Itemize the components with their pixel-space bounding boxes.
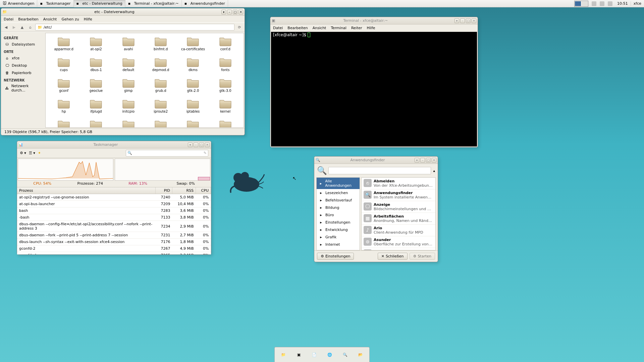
category-list[interactable]: ▸Alle Anwendungen▸Lesezeichen▸Befehlsver…: [316, 177, 360, 250]
app-item[interactable]: 🔍AnwendungsfinderIm System installierte …: [362, 189, 435, 201]
taskbar-item[interactable]: ▪Taskmanager: [37, 0, 73, 7]
folder-item[interactable]: binfmt.d: [145, 35, 177, 55]
sidebar-item[interactable]: 🖵Desktop: [2, 62, 43, 69]
dock-appfinder[interactable]: 🔍: [339, 349, 351, 361]
folder-item[interactable]: ca-certificates: [177, 35, 209, 55]
close-button[interactable]: ✕Schließen: [378, 253, 408, 260]
folder-item[interactable]: dkms: [177, 56, 209, 75]
home-icon[interactable]: ⌂: [27, 24, 33, 30]
workspace-2[interactable]: [582, 1, 588, 6]
col-rss[interactable]: RSS: [172, 187, 196, 194]
workspace-1[interactable]: [575, 1, 581, 6]
app-list[interactable]: ⎋AbmeldenVon der Xfce-Arbeitsumgebung ..…: [361, 177, 436, 250]
dock-terminal[interactable]: ▣: [293, 349, 305, 361]
folder-item[interactable]: [80, 118, 112, 128]
path-bar[interactable]: 📁 /etc/: [35, 24, 234, 31]
settings-icon[interactable]: ⚙ ▾: [20, 151, 26, 155]
menu-item[interactable]: Terminal: [331, 26, 346, 30]
start-button[interactable]: ⚙Starten: [410, 253, 435, 260]
category-item[interactable]: ▸Befehlsverlauf: [317, 196, 360, 204]
search-input[interactable]: [132, 151, 204, 155]
close-button[interactable]: ✕: [205, 142, 210, 147]
folder-item[interactable]: geoclue: [80, 77, 112, 96]
menu-item[interactable]: Ansicht: [43, 17, 57, 21]
folder-item[interactable]: gimp: [112, 77, 145, 96]
menu-item[interactable]: Datei: [273, 26, 283, 30]
process-table[interactable]: Prozess PID RSS CPU at-spi2-registryd --…: [17, 187, 211, 254]
up-icon[interactable]: ▲: [19, 24, 25, 30]
close-button[interactable]: ✕: [432, 158, 436, 163]
clear-icon[interactable]: ✎: [204, 151, 207, 155]
dock-folder[interactable]: 📂: [355, 349, 367, 361]
menu-item[interactable]: Gehen zu: [61, 17, 79, 21]
maximize-button[interactable]: ▢: [233, 10, 237, 14]
minimize-button[interactable]: –: [420, 158, 425, 163]
star-icon[interactable]: ✦: [38, 151, 41, 155]
search-field[interactable]: 🔍 ✎: [126, 150, 209, 157]
tray-icon[interactable]: [592, 1, 596, 6]
col-cpu[interactable]: CPU: [196, 187, 211, 194]
titlebar[interactable]: 📁 etc - Dateiverwaltung ▾ – ▢ ✕: [1, 8, 245, 16]
folder-item[interactable]: grub.d: [145, 77, 177, 96]
menu-item[interactable]: Hilfe: [84, 17, 92, 21]
back-icon[interactable]: ◀: [3, 24, 9, 30]
folder-item[interactable]: [177, 118, 209, 128]
folder-item[interactable]: [112, 118, 145, 128]
sidebar-item[interactable]: 🗑Papierkorb: [2, 69, 43, 76]
refresh-icon[interactable]: ⟳: [236, 24, 243, 30]
folder-item[interactable]: fonts: [209, 56, 241, 75]
menu-button[interactable]: ▾: [221, 10, 226, 14]
table-row[interactable]: bash72833,6 MiB0%: [17, 207, 211, 214]
table-row[interactable]: at-spi2-registryd --use-gnome-session724…: [17, 194, 211, 201]
folder-item[interactable]: [145, 118, 177, 128]
workspace-pager[interactable]: [574, 1, 588, 7]
folder-item[interactable]: [209, 118, 241, 128]
category-item[interactable]: ▸Internet: [317, 241, 360, 248]
table-row[interactable]: at-spi-bus-launcher720910,4 MiB0%: [17, 201, 211, 207]
terminal-body[interactable]: [xfce@altair ~]$: [271, 32, 477, 146]
collapse-icon[interactable]: ▴: [433, 169, 435, 173]
taskbar-item[interactable]: ▪etc - Dateiverwaltung: [74, 0, 125, 7]
menu-item[interactable]: Reiter: [351, 26, 362, 30]
minimize-button[interactable]: –: [227, 10, 232, 14]
minimize-button[interactable]: –: [194, 142, 198, 147]
dock-editor[interactable]: 📄: [308, 349, 320, 361]
category-item[interactable]: ▸Bildung: [317, 204, 360, 211]
taskbar-item[interactable]: ▪Anwendungsfinder: [182, 0, 228, 7]
folder-item[interactable]: depmod.d: [145, 56, 177, 75]
app-item[interactable]: ▦ArbeitsflächenAnordnung, Namen und Ränd…: [362, 213, 435, 225]
menu-item[interactable]: Datei: [4, 17, 13, 21]
table-row[interactable]: dbus-launch --sh-syntax --exit-with-sess…: [17, 239, 211, 245]
clock[interactable]: 10:51: [614, 1, 631, 6]
applications-menu[interactable]: 🐭 Anwendungen: [0, 0, 37, 7]
folder-item[interactable]: at-spi2: [80, 35, 112, 55]
col-pid[interactable]: PID: [156, 187, 172, 194]
dock-browser[interactable]: 🌐: [324, 349, 336, 361]
folder-item[interactable]: kernel: [209, 98, 241, 117]
folder-item[interactable]: gconf: [48, 77, 80, 96]
folder-item[interactable]: cups: [48, 56, 80, 75]
table-row[interactable]: -bash71333,8 MiB0%: [17, 214, 211, 221]
app-item[interactable]: ♪ArioClient-Anwendung für MPD: [362, 225, 435, 236]
category-item[interactable]: ▸Entwicklung: [317, 226, 360, 233]
maximize-button[interactable]: ▢: [466, 18, 471, 23]
category-item[interactable]: ▸Grafik: [317, 233, 360, 241]
table-row[interactable]: gconfd-272674,9 MiB0%: [17, 245, 211, 252]
folder-item[interactable]: initcpio: [112, 98, 145, 117]
titlebar[interactable]: 🔍 Anwendungsfinder ▾ – ▢ ✕: [314, 157, 438, 164]
app-item[interactable]: ⌘Avahi SSH Server Browser: [362, 248, 435, 250]
user-menu[interactable]: xfce: [631, 1, 644, 6]
folder-item[interactable]: avahi: [112, 35, 145, 55]
menu-item[interactable]: Bearbeiten: [287, 26, 308, 30]
icon-view[interactable]: apparmor.dat-spi2avahibinfmt.dca-certifi…: [45, 33, 244, 128]
menu-button[interactable]: ▾: [415, 158, 419, 163]
taskbar-item[interactable]: ▪Terminal - xfce@altair:~: [125, 0, 182, 7]
maximize-button[interactable]: ▢: [199, 142, 204, 147]
titlebar[interactable]: 📊 Taskmanager ▾ – ▢ ✕: [17, 141, 211, 148]
settings-button[interactable]: ⚙Einstellungen: [317, 253, 354, 260]
menu-item[interactable]: Hilfe: [367, 26, 375, 30]
maximize-button[interactable]: ▢: [426, 158, 431, 163]
sidebar-item[interactable]: ⛁Dateisystem: [2, 41, 43, 48]
app-item[interactable]: ⎋AbmeldenVon der Xfce-Arbeitsumgebung ..…: [362, 178, 435, 189]
app-item[interactable]: ⊚AsunderOberfläche zur Erstellung von A.…: [362, 236, 435, 248]
